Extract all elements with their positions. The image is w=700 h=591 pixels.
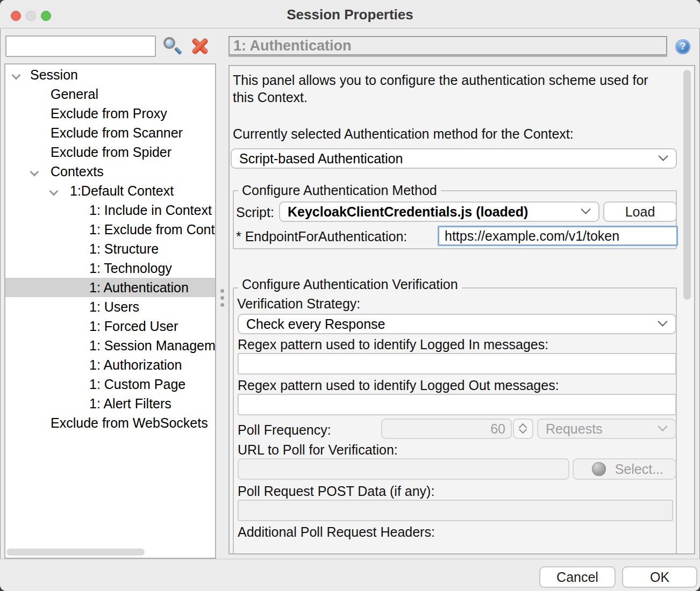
tree-item-1-custom-page[interactable]: 1: Custom Page bbox=[5, 374, 215, 394]
tree-item-label: 1: Users bbox=[89, 297, 139, 316]
poll-unit-value: Requests bbox=[546, 421, 603, 437]
tree-item-1-authentication[interactable]: 1: Authentication bbox=[5, 278, 215, 297]
tree-item-1-default-context[interactable]: 1:Default Context bbox=[5, 181, 215, 200]
tree-item-exclude-from-proxy[interactable]: Exclude from Proxy bbox=[5, 104, 215, 123]
poll-headers-label: Additional Poll Request Headers: bbox=[238, 524, 435, 540]
panel-title: 1: Authentication bbox=[233, 38, 352, 54]
strategy-label: Verification Strategy: bbox=[237, 296, 360, 312]
tree-item-general[interactable]: General bbox=[5, 84, 215, 104]
auth-method-value: Script-based Authentication bbox=[239, 151, 403, 167]
tree-item-1-technology[interactable]: 1: Technology bbox=[5, 258, 215, 278]
tree-item-label: 1: Include in Context bbox=[89, 200, 212, 220]
load-script-button[interactable]: Load bbox=[603, 201, 677, 222]
logged-in-regex-input[interactable] bbox=[238, 353, 676, 374]
authentication-panel: This panel allows you to configure the a… bbox=[228, 65, 695, 554]
tree-item-label: 1: Exclude from Context bbox=[89, 220, 216, 239]
chevron-down-icon[interactable] bbox=[31, 169, 37, 175]
tree-item-exclude-from-spider[interactable]: Exclude from Spider bbox=[5, 142, 215, 162]
tree-item-session[interactable]: Session bbox=[5, 65, 215, 84]
logged-in-regex-label: Regex pattern used to identify Logged In… bbox=[238, 337, 548, 352]
select-url-button: Select... bbox=[573, 458, 676, 480]
tree-item-1-include-in-context[interactable]: 1: Include in Context bbox=[5, 200, 215, 220]
tree-item-1-exclude-from-context[interactable]: 1: Exclude from Context bbox=[5, 220, 215, 239]
tree-item-label: 1: Alert Filters bbox=[89, 394, 172, 413]
tree-item-label: Exclude from Proxy bbox=[51, 104, 167, 123]
panel-title-box: 1: Authentication bbox=[228, 36, 667, 55]
cancel-button[interactable]: Cancel bbox=[539, 566, 616, 588]
tree-item-label: Exclude from Spider bbox=[51, 142, 172, 162]
post-data-input[interactable] bbox=[238, 500, 673, 521]
tree-item-label: 1: Technology bbox=[89, 258, 172, 278]
magnifier-handle bbox=[174, 47, 183, 55]
tree-item-label: 1: Authentication bbox=[89, 278, 189, 297]
poll-url-input bbox=[238, 458, 569, 480]
chevron-down-icon[interactable] bbox=[13, 72, 19, 78]
tree-item-label: 1: Forced User bbox=[89, 316, 178, 336]
endpoint-input[interactable] bbox=[438, 226, 678, 246]
poll-frequency-value: 60 bbox=[490, 421, 505, 437]
session-tree: SessionGeneralExclude from ProxyExclude … bbox=[4, 63, 216, 559]
tree-item-label: General bbox=[51, 84, 98, 104]
ok-button[interactable]: OK bbox=[622, 566, 697, 588]
search-icon[interactable] bbox=[161, 35, 184, 58]
tree-item-exclude-from-scanner[interactable]: Exclude from Scanner bbox=[5, 123, 215, 142]
session-properties-dialog: Session Properties SessionGeneralExclude… bbox=[0, 0, 700, 591]
method-label: Currently selected Authentication method… bbox=[233, 126, 574, 142]
globe-icon bbox=[592, 462, 606, 476]
tree-item-label: 1: Structure bbox=[89, 239, 159, 258]
chevron-down-icon bbox=[659, 318, 667, 326]
clear-search-icon[interactable] bbox=[188, 34, 212, 58]
tree-item-1-structure[interactable]: 1: Structure bbox=[5, 239, 215, 258]
tree-item-label: 1:Default Context bbox=[70, 181, 174, 200]
tree-item-exclude-from-websockets[interactable]: Exclude from WebSockets bbox=[5, 413, 215, 433]
verification-strategy-select[interactable]: Check every Response bbox=[238, 314, 676, 334]
tree-search-input[interactable] bbox=[5, 35, 156, 57]
post-data-label: Poll Request POST Data (if any): bbox=[238, 484, 434, 499]
endpoint-label: * EndpointForAuthentication: bbox=[236, 229, 407, 244]
tree-item-label: 1: Session Management bbox=[89, 336, 216, 355]
tree-item-1-forced-user[interactable]: 1: Forced User bbox=[5, 316, 215, 336]
strategy-value: Check every Response bbox=[246, 316, 385, 332]
panel-description: This panel allows you to configure the a… bbox=[233, 71, 663, 106]
dialog-footer: Cancel OK bbox=[0, 559, 700, 591]
tree-item-1-users[interactable]: 1: Users bbox=[5, 297, 215, 316]
window-title: Session Properties bbox=[0, 6, 700, 23]
chevron-down-icon bbox=[659, 423, 667, 430]
poll-frequency-label: Poll Frequency: bbox=[238, 422, 331, 438]
magnifier-lens bbox=[163, 37, 175, 49]
spinner-up-down-icon bbox=[513, 419, 533, 439]
auth-method-select[interactable]: Script-based Authentication bbox=[231, 148, 677, 169]
tree-item-label: Exclude from WebSockets bbox=[51, 413, 208, 433]
tree-item-label: Contexts bbox=[51, 162, 104, 181]
script-label: Script: bbox=[236, 205, 274, 220]
titlebar: Session Properties bbox=[0, 0, 700, 28]
poll-frequency-spinner: 60 bbox=[381, 419, 512, 439]
tree-item-1-alert-filters[interactable]: 1: Alert Filters bbox=[5, 394, 215, 413]
select-url-label: Select... bbox=[615, 462, 663, 477]
logged-out-regex-label: Regex pattern used to identify Logged Ou… bbox=[238, 378, 559, 393]
script-select[interactable]: KeycloakClientCredentials.js (loaded) bbox=[279, 201, 599, 222]
auth-verification-group-title: Configure Authentication Verification bbox=[238, 277, 462, 292]
panel-vertical-scrollbar[interactable] bbox=[682, 67, 692, 552]
poll-url-label: URL to Poll for Verification: bbox=[238, 442, 398, 458]
scrollbar-thumb[interactable] bbox=[683, 70, 691, 300]
tree-horizontal-scrollbar[interactable] bbox=[6, 549, 145, 556]
chevron-down-icon bbox=[582, 206, 590, 213]
auth-method-group-title: Configure Authentication Method bbox=[238, 183, 441, 198]
poll-unit-select: Requests bbox=[537, 419, 676, 439]
tree-item-contexts[interactable]: Contexts bbox=[5, 162, 215, 181]
tree-item-1-authorization[interactable]: 1: Authorization bbox=[5, 355, 215, 374]
tree-item-label: 1: Custom Page bbox=[89, 374, 185, 394]
chevron-down-icon[interactable] bbox=[51, 188, 56, 194]
help-icon[interactable]: ? bbox=[675, 39, 690, 54]
split-pane-divider[interactable] bbox=[217, 63, 228, 559]
chevron-down-icon bbox=[660, 153, 667, 160]
script-value: KeycloakClientCredentials.js (loaded) bbox=[288, 204, 528, 220]
tree-item-1-session-management[interactable]: 1: Session Management bbox=[5, 336, 215, 355]
tree-item-label: Exclude from Scanner bbox=[51, 123, 183, 142]
tree-item-label: 1: Authorization bbox=[89, 355, 182, 374]
tree-item-label: Session bbox=[30, 65, 78, 84]
logged-out-regex-input[interactable] bbox=[238, 394, 676, 415]
